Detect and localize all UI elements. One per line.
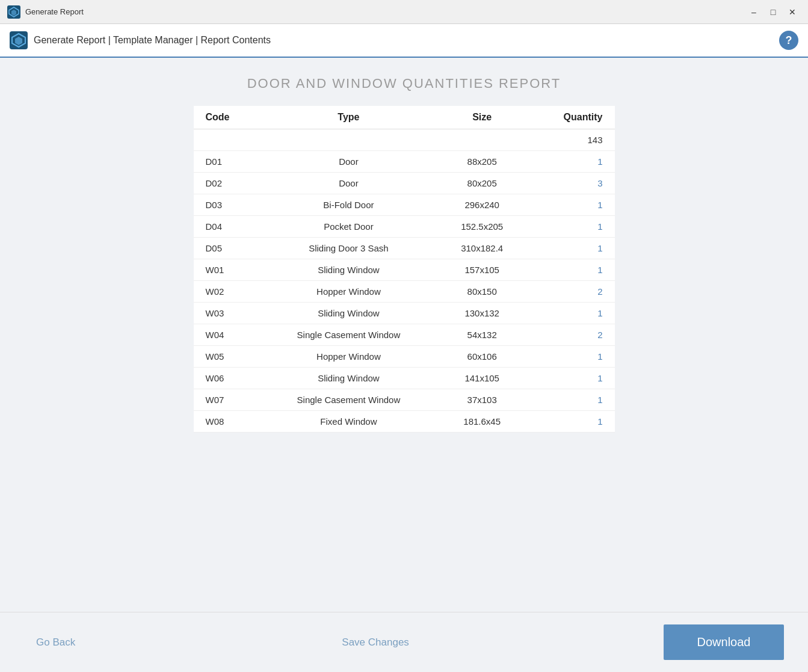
header-bar: Generate Report | Template Manager | Rep… — [0, 24, 808, 58]
title-bar-left: Generate Report — [7, 5, 84, 19]
col-header-type: Type — [260, 106, 437, 129]
title-bar: Generate Report – □ ✕ — [0, 0, 808, 24]
table-row: D03Bi-Fold Door296x2401 — [194, 194, 615, 216]
total-size — [437, 129, 526, 151]
cell-size: 141x105 — [437, 368, 526, 389]
table-row-total: 143 — [194, 129, 615, 151]
cell-code: W07 — [194, 389, 260, 411]
table-row: W01Sliding Window157x1051 — [194, 259, 615, 281]
cell-size: 310x182.4 — [437, 238, 526, 259]
window-title: Generate Report — [25, 7, 84, 16]
table-row: W07Single Casement Window37x1031 — [194, 389, 615, 411]
cell-size: 54x132 — [437, 324, 526, 346]
cell-code: D03 — [194, 194, 260, 216]
header-logo-icon — [10, 31, 28, 49]
table-row: D01Door88x2051 — [194, 151, 615, 173]
cell-code: W04 — [194, 324, 260, 346]
maximize-button[interactable]: □ — [765, 4, 782, 20]
cell-quantity: 1 — [526, 238, 614, 259]
header-bar-left: Generate Report | Template Manager | Rep… — [10, 31, 271, 49]
go-back-button[interactable]: Go Back — [24, 630, 87, 655]
cell-quantity: 1 — [526, 303, 614, 324]
cell-quantity: 3 — [526, 173, 614, 194]
cell-quantity: 2 — [526, 324, 614, 346]
cell-size: 130x132 — [437, 303, 526, 324]
cell-quantity: 1 — [526, 194, 614, 216]
save-changes-button[interactable]: Save Changes — [330, 630, 421, 655]
table-row: W04Single Casement Window54x1322 — [194, 324, 615, 346]
cell-type: Fixed Window — [260, 411, 437, 433]
report-title: DOOR AND WINDOW QUANTITIES REPORT — [247, 76, 561, 91]
cell-type: Sliding Door 3 Sash — [260, 238, 437, 259]
cell-type: Sliding Window — [260, 368, 437, 389]
title-bar-controls: – □ ✕ — [745, 4, 801, 20]
cell-code: D05 — [194, 238, 260, 259]
col-header-size: Size — [437, 106, 526, 129]
cell-size: 181.6x45 — [437, 411, 526, 433]
cell-size: 80x150 — [437, 281, 526, 303]
cell-size: 88x205 — [437, 151, 526, 173]
table-row: W03Sliding Window130x1321 — [194, 303, 615, 324]
download-button[interactable]: Download — [664, 624, 784, 660]
cell-size: 37x103 — [437, 389, 526, 411]
cell-type: Sliding Window — [260, 259, 437, 281]
cell-code: D01 — [194, 151, 260, 173]
table-header-row: Code Type Size Quantity — [194, 106, 615, 129]
cell-code: W05 — [194, 346, 260, 368]
cell-quantity: 1 — [526, 346, 614, 368]
cell-code: W02 — [194, 281, 260, 303]
cell-size: 296x240 — [437, 194, 526, 216]
help-button[interactable]: ? — [779, 31, 798, 50]
cell-type: Hopper Window — [260, 281, 437, 303]
cell-code: W03 — [194, 303, 260, 324]
cell-quantity: 1 — [526, 151, 614, 173]
col-header-code: Code — [194, 106, 260, 129]
cell-code: D02 — [194, 173, 260, 194]
cell-type: Single Casement Window — [260, 324, 437, 346]
cell-code: W06 — [194, 368, 260, 389]
cell-type: Bi-Fold Door — [260, 194, 437, 216]
cell-type: Door — [260, 173, 437, 194]
header-breadcrumb: Generate Report | Template Manager | Rep… — [34, 35, 271, 46]
cell-code: D04 — [194, 216, 260, 238]
table-row: D05Sliding Door 3 Sash310x182.41 — [194, 238, 615, 259]
table-row: D02Door80x2053 — [194, 173, 615, 194]
cell-size: 80x205 — [437, 173, 526, 194]
total-quantity: 143 — [526, 129, 614, 151]
table-row: W02Hopper Window80x1502 — [194, 281, 615, 303]
cell-quantity: 1 — [526, 216, 614, 238]
report-table: Code Type Size Quantity 143 D01Door88x20… — [194, 106, 615, 433]
total-type — [260, 129, 437, 151]
cell-size: 60x106 — [437, 346, 526, 368]
table-row: W08Fixed Window181.6x451 — [194, 411, 615, 433]
cell-code: W08 — [194, 411, 260, 433]
footer: Go Back Save Changes Download — [0, 612, 808, 672]
cell-quantity: 1 — [526, 389, 614, 411]
cell-size: 152.5x205 — [437, 216, 526, 238]
cell-type: Pocket Door — [260, 216, 437, 238]
close-button[interactable]: ✕ — [784, 4, 801, 20]
table-row: D04Pocket Door152.5x2051 — [194, 216, 615, 238]
cell-quantity: 1 — [526, 368, 614, 389]
cell-type: Sliding Window — [260, 303, 437, 324]
total-code — [194, 129, 260, 151]
minimize-button[interactable]: – — [745, 4, 762, 20]
main-content: DOOR AND WINDOW QUANTITIES REPORT Code T… — [0, 58, 808, 612]
cell-quantity: 1 — [526, 411, 614, 433]
cell-type: Single Casement Window — [260, 389, 437, 411]
cell-quantity: 1 — [526, 259, 614, 281]
app-logo-icon — [7, 5, 20, 19]
cell-quantity: 2 — [526, 281, 614, 303]
table-row: W06Sliding Window141x1051 — [194, 368, 615, 389]
cell-size: 157x105 — [437, 259, 526, 281]
cell-type: Hopper Window — [260, 346, 437, 368]
col-header-quantity: Quantity — [526, 106, 614, 129]
cell-type: Door — [260, 151, 437, 173]
cell-code: W01 — [194, 259, 260, 281]
table-row: W05Hopper Window60x1061 — [194, 346, 615, 368]
